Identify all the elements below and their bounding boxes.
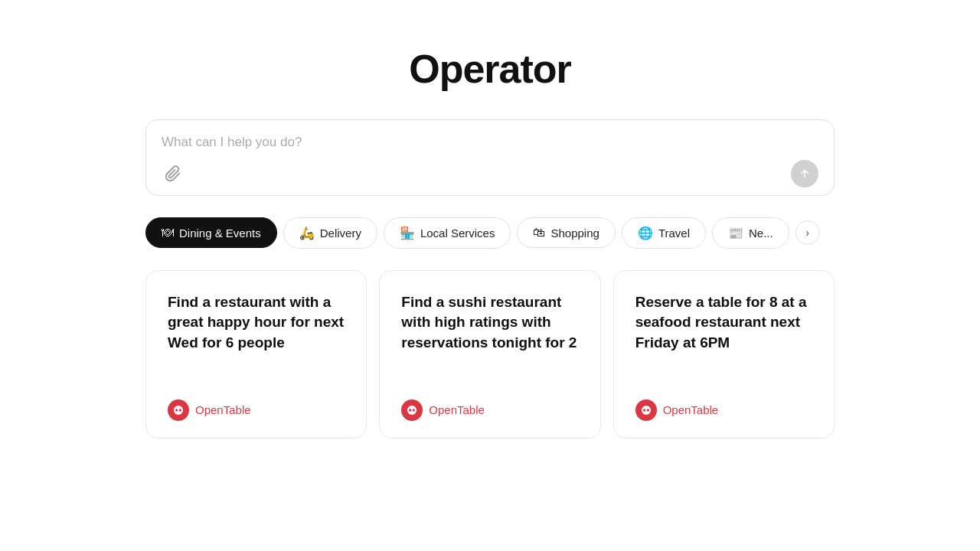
category-pill-travel[interactable]: 🌐Travel: [622, 217, 706, 249]
card-text-2: Find a sushi restaurant with high rating…: [401, 292, 578, 381]
suggestion-card-2[interactable]: Find a sushi restaurant with high rating…: [379, 270, 600, 439]
search-input[interactable]: [162, 132, 818, 152]
cat-label-news: Ne...: [749, 227, 773, 240]
svg-point-6: [413, 409, 415, 411]
svg-point-2: [175, 409, 178, 411]
chevron-right-icon: ›: [805, 227, 809, 239]
cat-icon-dining: 🍽: [162, 226, 174, 240]
cards-container: Find a restaurant with a great happy hou…: [145, 270, 835, 439]
category-pill-delivery[interactable]: 🛵Delivery: [283, 217, 377, 249]
search-toolbar: [162, 160, 818, 187]
svg-point-5: [409, 409, 411, 411]
opentable-label-2: OpenTable: [429, 403, 485, 416]
card-footer-1: OpenTable: [168, 399, 345, 421]
cat-label-delivery: Delivery: [320, 227, 361, 240]
opentable-logo-2: [401, 399, 423, 421]
page-title: Operator: [409, 46, 571, 92]
send-button[interactable]: [791, 160, 818, 187]
card-footer-3: OpenTable: [635, 399, 812, 421]
cat-label-travel: Travel: [658, 227, 690, 240]
svg-point-1: [174, 406, 183, 415]
svg-point-3: [179, 409, 181, 411]
opentable-logo-1: [168, 399, 189, 421]
category-pill-news[interactable]: 📰Ne...: [712, 217, 789, 249]
cat-icon-delivery: 🛵: [299, 226, 315, 240]
svg-point-4: [407, 406, 416, 415]
cat-icon-shopping: 🛍: [533, 226, 545, 240]
cat-icon-travel: 🌐: [638, 226, 653, 240]
suggestion-card-3[interactable]: Reserve a table for 8 at a seafood resta…: [613, 270, 835, 439]
suggestion-card-1[interactable]: Find a restaurant with a great happy hou…: [145, 270, 367, 439]
opentable-label-1: OpenTable: [195, 403, 251, 416]
scroll-right-arrow[interactable]: ›: [795, 220, 820, 245]
cat-label-dining: Dining & Events: [179, 227, 261, 240]
attach-icon[interactable]: [162, 162, 185, 185]
card-text-3: Reserve a table for 8 at a seafood resta…: [635, 292, 812, 381]
categories-bar: 🍽Dining & Events🛵Delivery🏪Local Services…: [145, 217, 835, 249]
card-text-1: Find a restaurant with a great happy hou…: [168, 292, 345, 381]
category-pill-dining[interactable]: 🍽Dining & Events: [145, 217, 277, 248]
cat-icon-news: 📰: [728, 226, 743, 240]
cat-label-shopping: Shopping: [550, 227, 599, 240]
category-pill-local[interactable]: 🏪Local Services: [384, 217, 511, 249]
category-pill-shopping[interactable]: 🛍Shopping: [517, 217, 615, 248]
cat-label-local: Local Services: [420, 227, 495, 240]
opentable-logo-3: [635, 399, 657, 421]
svg-point-8: [643, 409, 645, 411]
opentable-label-3: OpenTable: [663, 403, 719, 416]
svg-point-7: [642, 406, 651, 415]
cat-icon-local: 🏪: [400, 226, 415, 240]
card-footer-2: OpenTable: [401, 399, 578, 421]
search-container: [145, 119, 835, 196]
svg-point-9: [646, 409, 648, 411]
